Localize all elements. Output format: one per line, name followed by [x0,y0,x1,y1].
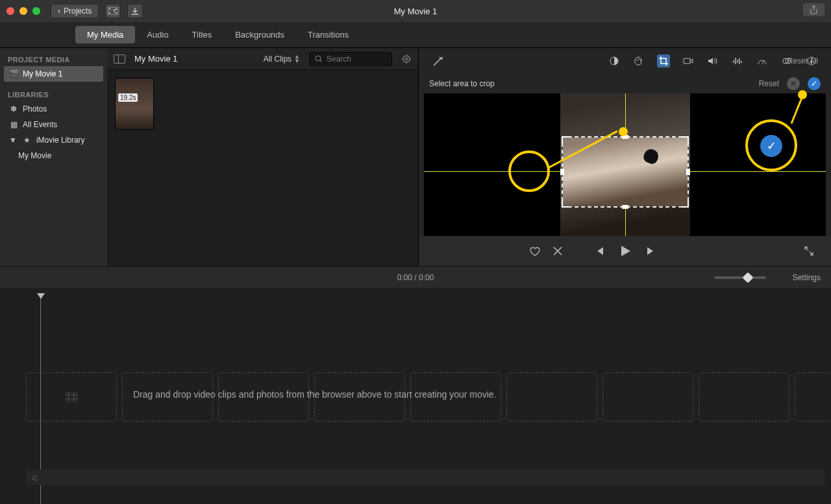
play-button[interactable] [619,245,632,258]
camera-icon [683,56,693,66]
color-balance-button[interactable] [608,54,621,67]
tab-titles[interactable]: Titles [180,26,224,43]
search-field[interactable] [309,52,392,66]
color-correction-button[interactable] [632,54,645,67]
crop-rectangle[interactable] [562,136,689,208]
crop-handle-top-right[interactable] [681,136,689,144]
stabilization-button[interactable] [682,54,695,67]
toggle-sidebar-button[interactable] [114,54,125,64]
playback-controls [419,236,831,266]
timeline-toolbar: 0:00 / 0:00 Settings [0,266,831,288]
next-button[interactable] [646,246,656,256]
sidebar-item-project[interactable]: 🎬 My Movie 1 [4,66,103,82]
clip-slot[interactable] [795,372,831,422]
audio-track[interactable]: ♫ [26,470,825,485]
reject-button[interactable] [552,246,563,256]
noise-reduction-button[interactable] [731,54,744,67]
magic-wand-icon [432,54,445,67]
crop-apply-button[interactable]: ✓ [808,77,821,90]
sidebar-heading-libraries: LIBRARIES [4,88,103,101]
favorite-button[interactable] [529,246,541,256]
prev-button[interactable] [594,246,604,256]
svg-rect-1 [109,8,110,10]
skip-forward-icon [646,246,656,256]
zoom-knob[interactable] [743,272,754,283]
auto-enhance-button[interactable] [432,54,445,67]
tab-my-media[interactable]: My Media [75,26,135,43]
sidebar-item-my-movie[interactable]: My Movie [4,148,103,163]
window-zoom-button[interactable] [32,7,40,15]
download-button[interactable] [127,4,143,18]
clip-slot[interactable] [602,372,693,422]
speed-button[interactable] [756,54,769,67]
svg-point-5 [316,56,321,61]
clip-slot[interactable] [699,372,789,422]
clip-filter-dropdown[interactable]: All Clips ▲▼ [264,54,300,64]
traffic-lights [6,7,40,15]
x-icon: ✕ [790,79,797,88]
crop-handle-left[interactable] [560,169,564,175]
chevron-left-icon: ‹ [58,6,60,16]
sidebar: PROJECT MEDIA 🎬 My Movie 1 LIBRARIES ✽ P… [0,48,107,266]
clip-slot[interactable] [506,372,597,422]
preview-canvas[interactable]: ✓ [424,93,826,236]
svg-rect-2 [109,12,110,14]
clips-grid: 19.2s [107,70,418,266]
timeline[interactable]: Drag and drop video clips and photos fro… [0,288,831,504]
playhead-time: 0:00 / 0:00 [397,273,434,282]
crop-handle-bottom-left[interactable] [562,200,569,208]
tab-audio[interactable]: Audio [135,26,180,43]
browser-settings-button[interactable] [401,54,412,64]
svg-point-7 [405,58,408,60]
crop-button[interactable] [657,54,670,67]
flower-icon: ✽ [9,104,18,114]
timeline-settings-button[interactable]: Settings [793,273,821,282]
check-icon: ✓ [811,79,817,88]
clip-slot[interactable] [26,372,117,422]
media-clip[interactable]: 19.2s [115,78,154,130]
import-media-button[interactable] [105,4,121,18]
crop-cancel-button[interactable]: ✕ [787,77,800,90]
sidebar-item-imovie-library[interactable]: ▼ ★ iMovie Library [4,132,103,148]
crop-handle-top-left[interactable] [562,136,569,144]
tab-backgrounds[interactable]: Backgrounds [223,26,296,43]
filmstrip-icon [108,7,118,15]
svg-rect-3 [116,8,117,10]
crop-instruction-text: Select area to crop [429,79,495,88]
reset-all-button[interactable]: Reset All [788,56,818,66]
volume-button[interactable] [706,54,719,67]
equalizer-icon [732,56,743,66]
svg-point-10 [638,58,639,60]
palette-icon [634,56,644,66]
share-button[interactable] [803,3,825,16]
projects-back-button[interactable]: ‹ Projects [51,4,99,18]
sidebar-item-photos[interactable]: ✽ Photos [4,101,103,117]
crop-handle-right[interactable] [686,169,690,175]
crop-handle-bottom[interactable] [622,205,628,209]
sidebar-item-all-events[interactable]: ▦ All Events [4,117,103,132]
crop-handle-top[interactable] [622,135,628,139]
browser-toolbar: My Movie 1 All Clips ▲▼ [107,48,418,70]
tab-transitions[interactable]: Transitions [296,26,360,43]
crop-handle-bottom-right[interactable] [681,200,689,208]
x-icon [552,246,563,256]
clapperboard-icon: 🎬 [9,69,18,78]
timeline-hint-text: Drag and drop video clips and photos fro… [133,389,497,400]
crop-icon [658,56,669,66]
window-minimize-button[interactable] [19,7,27,15]
fullscreen-button[interactable] [804,246,814,256]
photos-label: Photos [23,104,47,114]
window-titlebar: ‹ Projects My Movie 1 [0,0,831,22]
window-close-button[interactable] [6,7,14,15]
svg-point-9 [636,60,638,61]
media-tabs: My Media Audio Titles Backgrounds Transi… [0,22,831,48]
search-input[interactable] [327,54,385,64]
zoom-slider[interactable] [714,276,766,279]
gear-icon [401,54,412,64]
half-circle-icon [609,56,619,66]
browser-breadcrumb[interactable]: My Movie 1 [134,54,177,64]
my-movie-label: My Movie [18,151,51,160]
crop-reset-button[interactable]: Reset [759,79,779,88]
play-icon [619,245,632,258]
filmstrip-icon [66,392,77,402]
